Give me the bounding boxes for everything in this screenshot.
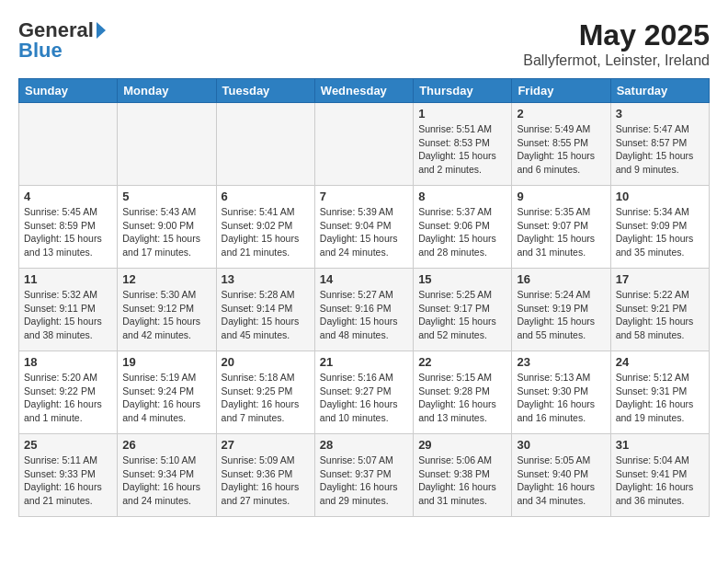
day-number: 5 xyxy=(122,190,210,203)
calendar-day-9: 9Sunrise: 5:35 AMSunset: 9:07 PMDaylight… xyxy=(512,186,610,269)
title-block: May 2025 Ballyfermot, Leinster, Ireland xyxy=(523,18,710,69)
day-number: 4 xyxy=(24,190,112,203)
calendar-week-row: 4Sunrise: 5:45 AMSunset: 8:59 PMDaylight… xyxy=(19,186,710,269)
calendar-day-14: 14Sunrise: 5:27 AMSunset: 9:16 PMDayligh… xyxy=(314,269,413,351)
day-info: Sunrise: 5:37 AMSunset: 9:06 PMDaylight:… xyxy=(418,205,506,259)
day-info: Sunrise: 5:12 AMSunset: 9:31 PMDaylight:… xyxy=(616,371,704,425)
calendar-day-26: 26Sunrise: 5:10 AMSunset: 9:34 PMDayligh… xyxy=(118,434,216,517)
day-number: 22 xyxy=(418,355,506,369)
day-info: Sunrise: 5:41 AMSunset: 9:02 PMDaylight:… xyxy=(222,205,310,259)
day-info: Sunrise: 5:15 AMSunset: 9:28 PMDaylight:… xyxy=(418,371,506,425)
calendar-day-30: 30Sunrise: 5:05 AMSunset: 9:40 PMDayligh… xyxy=(512,434,610,517)
day-info: Sunrise: 5:04 AMSunset: 9:41 PMDaylight:… xyxy=(616,454,704,508)
day-info: Sunrise: 5:06 AMSunset: 9:38 PMDaylight:… xyxy=(418,454,506,508)
day-number: 3 xyxy=(616,107,704,121)
day-number: 21 xyxy=(320,355,408,369)
day-number: 10 xyxy=(616,190,704,203)
day-info: Sunrise: 5:09 AMSunset: 9:36 PMDaylight:… xyxy=(222,454,310,508)
day-info: Sunrise: 5:49 AMSunset: 8:55 PMDaylight:… xyxy=(517,122,605,177)
calendar-day-1: 1Sunrise: 5:51 AMSunset: 8:53 PMDaylight… xyxy=(414,103,512,186)
calendar-day-28: 28Sunrise: 5:07 AMSunset: 9:37 PMDayligh… xyxy=(314,434,413,517)
calendar-week-row: 25Sunrise: 5:11 AMSunset: 9:33 PMDayligh… xyxy=(19,434,710,517)
calendar-empty-cell xyxy=(314,103,413,186)
day-number: 19 xyxy=(122,355,210,369)
day-number: 29 xyxy=(418,438,506,452)
calendar-empty-cell xyxy=(118,103,216,186)
logo: General Blue xyxy=(18,18,108,63)
day-info: Sunrise: 5:05 AMSunset: 9:40 PMDaylight:… xyxy=(517,454,605,508)
day-number: 8 xyxy=(418,190,506,203)
day-number: 15 xyxy=(418,272,506,286)
calendar-day-27: 27Sunrise: 5:09 AMSunset: 9:36 PMDayligh… xyxy=(216,434,314,517)
calendar-day-29: 29Sunrise: 5:06 AMSunset: 9:38 PMDayligh… xyxy=(414,434,512,517)
day-info: Sunrise: 5:30 AMSunset: 9:12 PMDaylight:… xyxy=(122,288,210,342)
day-info: Sunrise: 5:22 AMSunset: 9:21 PMDaylight:… xyxy=(616,288,704,342)
weekday-header-friday: Friday xyxy=(512,79,610,103)
calendar-day-17: 17Sunrise: 5:22 AMSunset: 9:21 PMDayligh… xyxy=(610,269,709,351)
day-number: 12 xyxy=(122,272,210,286)
weekday-header-row: SundayMondayTuesdayWednesdayThursdayFrid… xyxy=(19,79,710,103)
day-number: 7 xyxy=(320,190,408,203)
calendar-day-6: 6Sunrise: 5:41 AMSunset: 9:02 PMDaylight… xyxy=(216,186,314,269)
day-info: Sunrise: 5:34 AMSunset: 9:09 PMDaylight:… xyxy=(616,205,704,259)
calendar-day-12: 12Sunrise: 5:30 AMSunset: 9:12 PMDayligh… xyxy=(118,269,216,351)
calendar-day-11: 11Sunrise: 5:32 AMSunset: 9:11 PMDayligh… xyxy=(19,269,118,351)
calendar-day-7: 7Sunrise: 5:39 AMSunset: 9:04 PMDaylight… xyxy=(314,186,413,269)
logo-blue-text: Blue xyxy=(18,39,63,63)
day-info: Sunrise: 5:32 AMSunset: 9:11 PMDaylight:… xyxy=(24,288,112,342)
day-number: 20 xyxy=(222,355,310,369)
calendar-week-row: 1Sunrise: 5:51 AMSunset: 8:53 PMDaylight… xyxy=(19,103,710,186)
calendar-day-8: 8Sunrise: 5:37 AMSunset: 9:06 PMDaylight… xyxy=(414,186,512,269)
weekday-header-saturday: Saturday xyxy=(610,79,709,103)
calendar-day-3: 3Sunrise: 5:47 AMSunset: 8:57 PMDaylight… xyxy=(610,103,709,186)
day-number: 9 xyxy=(517,190,605,203)
weekday-header-tuesday: Tuesday xyxy=(216,79,314,103)
day-number: 17 xyxy=(616,272,704,286)
location: Ballyfermot, Leinster, Ireland xyxy=(523,52,710,69)
day-number: 31 xyxy=(616,438,704,452)
day-number: 2 xyxy=(517,107,605,121)
day-info: Sunrise: 5:13 AMSunset: 9:30 PMDaylight:… xyxy=(517,371,605,425)
day-info: Sunrise: 5:51 AMSunset: 8:53 PMDaylight:… xyxy=(418,122,506,177)
day-info: Sunrise: 5:45 AMSunset: 8:59 PMDaylight:… xyxy=(24,205,112,259)
day-info: Sunrise: 5:07 AMSunset: 9:37 PMDaylight:… xyxy=(320,454,408,508)
calendar-day-13: 13Sunrise: 5:28 AMSunset: 9:14 PMDayligh… xyxy=(216,269,314,351)
calendar-day-24: 24Sunrise: 5:12 AMSunset: 9:31 PMDayligh… xyxy=(610,351,709,434)
weekday-header-monday: Monday xyxy=(118,79,216,103)
month-title: May 2025 xyxy=(523,18,710,52)
calendar-day-5: 5Sunrise: 5:43 AMSunset: 9:00 PMDaylight… xyxy=(118,186,216,269)
calendar-day-19: 19Sunrise: 5:19 AMSunset: 9:24 PMDayligh… xyxy=(118,351,216,434)
day-number: 1 xyxy=(418,107,506,121)
calendar-table: SundayMondayTuesdayWednesdayThursdayFrid… xyxy=(18,78,710,517)
calendar-day-2: 2Sunrise: 5:49 AMSunset: 8:55 PMDaylight… xyxy=(512,103,610,186)
calendar-empty-cell xyxy=(19,103,118,186)
calendar-day-18: 18Sunrise: 5:20 AMSunset: 9:22 PMDayligh… xyxy=(19,351,118,434)
calendar-week-row: 18Sunrise: 5:20 AMSunset: 9:22 PMDayligh… xyxy=(19,351,710,434)
day-info: Sunrise: 5:11 AMSunset: 9:33 PMDaylight:… xyxy=(24,454,112,508)
day-info: Sunrise: 5:27 AMSunset: 9:16 PMDaylight:… xyxy=(320,288,408,342)
page-header: General Blue May 2025 Ballyfermot, Leins… xyxy=(18,18,710,69)
calendar-day-4: 4Sunrise: 5:45 AMSunset: 8:59 PMDaylight… xyxy=(19,186,118,269)
calendar-day-15: 15Sunrise: 5:25 AMSunset: 9:17 PMDayligh… xyxy=(414,269,512,351)
day-info: Sunrise: 5:16 AMSunset: 9:27 PMDaylight:… xyxy=(320,371,408,425)
day-number: 23 xyxy=(517,355,605,369)
weekday-header-thursday: Thursday xyxy=(414,79,512,103)
day-info: Sunrise: 5:19 AMSunset: 9:24 PMDaylight:… xyxy=(122,371,210,425)
day-number: 16 xyxy=(517,272,605,286)
calendar-day-31: 31Sunrise: 5:04 AMSunset: 9:41 PMDayligh… xyxy=(610,434,709,517)
calendar-day-22: 22Sunrise: 5:15 AMSunset: 9:28 PMDayligh… xyxy=(414,351,512,434)
day-info: Sunrise: 5:18 AMSunset: 9:25 PMDaylight:… xyxy=(222,371,310,425)
day-number: 25 xyxy=(24,438,112,452)
day-number: 18 xyxy=(24,355,112,369)
calendar-day-16: 16Sunrise: 5:24 AMSunset: 9:19 PMDayligh… xyxy=(512,269,610,351)
weekday-header-sunday: Sunday xyxy=(19,79,118,103)
day-info: Sunrise: 5:28 AMSunset: 9:14 PMDaylight:… xyxy=(222,288,310,342)
day-number: 27 xyxy=(222,438,310,452)
calendar-day-20: 20Sunrise: 5:18 AMSunset: 9:25 PMDayligh… xyxy=(216,351,314,434)
calendar-day-25: 25Sunrise: 5:11 AMSunset: 9:33 PMDayligh… xyxy=(19,434,118,517)
day-number: 28 xyxy=(320,438,408,452)
weekday-header-wednesday: Wednesday xyxy=(314,79,413,103)
day-info: Sunrise: 5:47 AMSunset: 8:57 PMDaylight:… xyxy=(616,122,704,177)
day-info: Sunrise: 5:24 AMSunset: 9:19 PMDaylight:… xyxy=(517,288,605,342)
svg-marker-0 xyxy=(97,22,106,39)
